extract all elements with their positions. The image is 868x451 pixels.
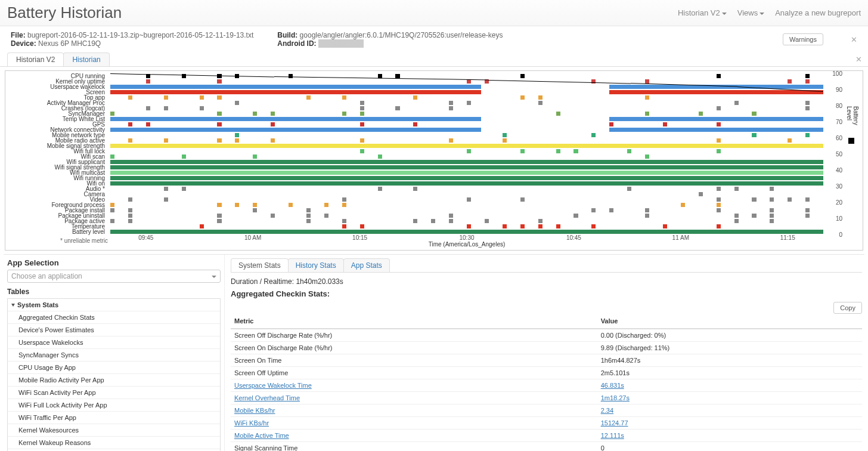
metric-cell: Signal Scanning Time bbox=[231, 442, 597, 452]
tree-node-label: Kernel Wakesources bbox=[18, 427, 79, 434]
metric-cell[interactable]: Userspace Wakelock Time bbox=[231, 379, 597, 392]
lane[interactable] bbox=[110, 111, 823, 116]
lane[interactable] bbox=[110, 127, 823, 132]
warnings-button[interactable]: Warnings bbox=[783, 33, 823, 45]
tree-node[interactable]: SyncManager Syncs bbox=[8, 349, 220, 362]
value-cell: 0 bbox=[597, 442, 862, 452]
y-tick: 50 bbox=[836, 151, 842, 157]
tree-node-label: WiFi Traffic Per App bbox=[18, 414, 76, 421]
lane-labels: CPU runningKernel only uptimeUserspace w… bbox=[9, 73, 107, 234]
lane[interactable] bbox=[110, 186, 823, 191]
y-tick: 60 bbox=[836, 135, 842, 141]
nav-analyze-new[interactable]: Analyze a new bugreport bbox=[775, 8, 861, 17]
lane[interactable] bbox=[110, 106, 823, 111]
y-tick: 90 bbox=[836, 87, 842, 93]
tree-node[interactable]: WiFi Traffic Per App bbox=[8, 412, 220, 424]
main-tabstrip: Historian V2 Historian ✕ bbox=[0, 52, 868, 67]
navbar-right: Historian V2 Views Analyze a new bugrepo… bbox=[678, 8, 861, 17]
lane[interactable] bbox=[110, 132, 823, 138]
lane[interactable] bbox=[110, 202, 823, 208]
lane[interactable] bbox=[110, 191, 823, 197]
tree-node[interactable]: System Stats bbox=[8, 299, 220, 311]
tree-node-label: Device's Power Estimates bbox=[18, 326, 94, 333]
y-tick: 80 bbox=[836, 103, 842, 109]
app-select-dropdown[interactable]: Choose an application bbox=[7, 270, 221, 283]
close-icon[interactable]: ✕ bbox=[851, 35, 857, 44]
chevron-down-icon bbox=[11, 304, 15, 307]
lane[interactable] bbox=[110, 224, 823, 229]
tree-node[interactable]: Mobile Radio Activity Per App bbox=[8, 374, 220, 387]
metric-cell[interactable]: Kernel Overhead Time bbox=[231, 392, 597, 404]
left-panel: App Selection Choose an application Tabl… bbox=[4, 255, 224, 451]
tab-history-stats[interactable]: History Stats bbox=[288, 258, 344, 272]
app-selection-title: App Selection bbox=[7, 258, 221, 267]
android-id-redacted: hidden bbox=[318, 39, 364, 48]
lanes[interactable] bbox=[110, 73, 823, 234]
y-tick: 40 bbox=[836, 167, 842, 174]
copy-button[interactable]: Copy bbox=[833, 302, 862, 314]
lane[interactable] bbox=[110, 170, 823, 175]
table-row: Mobile Active Time12.111s bbox=[231, 430, 862, 442]
table-row: WiFi KBs/hr15124.77 bbox=[231, 417, 862, 430]
tree-node[interactable]: WiFi Scan Activity Per App bbox=[8, 387, 220, 399]
lane[interactable] bbox=[110, 213, 823, 218]
value-cell: 0.00 (Discharged: 0%) bbox=[597, 329, 862, 342]
info-bar: File: bugreport-2016-05-12-11-19-13.zip~… bbox=[0, 26, 868, 52]
value-cell[interactable]: 46.831s bbox=[597, 379, 862, 392]
close-icon[interactable]: ✕ bbox=[855, 55, 862, 64]
nav-views[interactable]: Views bbox=[737, 8, 764, 17]
y-tick: 10 bbox=[836, 215, 842, 222]
value-cell[interactable]: 15124.77 bbox=[597, 417, 862, 430]
metric-cell[interactable]: Mobile Active Time bbox=[231, 430, 597, 442]
lane[interactable] bbox=[110, 208, 823, 213]
x-axis-title: Time (America/Los_Angeles) bbox=[429, 241, 506, 248]
tree-node[interactable]: CPU Usage By App bbox=[8, 362, 220, 374]
lane[interactable] bbox=[110, 218, 823, 224]
lane[interactable] bbox=[110, 95, 823, 100]
metric-cell: Screen Off Uptime bbox=[231, 367, 597, 379]
build-info: Build: google/angler/angler:6.0.1/MHC19Q… bbox=[277, 31, 503, 48]
value-cell: 2m5.101s bbox=[597, 367, 862, 379]
lane[interactable] bbox=[110, 181, 823, 186]
lane[interactable] bbox=[110, 100, 823, 106]
tab-historian-v2[interactable]: Historian V2 bbox=[7, 52, 64, 66]
table-row: Screen Off Uptime2m5.101s bbox=[231, 367, 862, 379]
tree-node[interactable]: Kernel Wakeup Reasons bbox=[8, 437, 220, 449]
x-tick: 09:45 bbox=[138, 234, 153, 241]
lane[interactable] bbox=[110, 229, 823, 234]
lane[interactable] bbox=[110, 149, 823, 154]
lane[interactable] bbox=[110, 159, 823, 165]
tree-node[interactable]: Aggregated Checkin Stats bbox=[8, 311, 220, 324]
lane[interactable] bbox=[110, 122, 823, 127]
tab-app-stats[interactable]: App Stats bbox=[343, 258, 390, 272]
metric-cell: Screen On Time bbox=[231, 354, 597, 367]
duration-line: Duration / Realtime: 1h40m20.033s bbox=[231, 277, 862, 286]
lane[interactable] bbox=[110, 143, 823, 149]
tree-node-label: Aggregated Checkin Stats bbox=[18, 314, 95, 321]
tree-node-label: Kernel Wakeup Reasons bbox=[18, 439, 91, 446]
tab-historian[interactable]: Historian bbox=[63, 52, 109, 66]
tree-node[interactable]: Device's Power Estimates bbox=[8, 324, 220, 336]
lane[interactable] bbox=[110, 197, 823, 202]
value-cell[interactable]: 12.111s bbox=[597, 430, 862, 442]
stats-tabstrip: System Stats History Stats App Stats bbox=[231, 258, 862, 273]
metric-cell[interactable]: WiFi KBs/hr bbox=[231, 417, 597, 430]
tree-node[interactable]: WiFi Full Lock Activity Per App bbox=[8, 399, 220, 412]
tree-node[interactable]: Userspace Wakelocks bbox=[8, 336, 220, 349]
tab-system-stats[interactable]: System Stats bbox=[231, 258, 289, 272]
tables-title: Tables bbox=[7, 288, 221, 296]
lane[interactable] bbox=[110, 89, 823, 95]
lane[interactable] bbox=[110, 154, 823, 159]
metric-cell[interactable]: Mobile KBs/hr bbox=[231, 404, 597, 417]
x-tick: 11 AM bbox=[672, 234, 689, 241]
value-cell[interactable]: 1m18.27s bbox=[597, 392, 862, 404]
x-tick: 11:15 bbox=[780, 234, 795, 241]
metric-cell: Screen Off Discharge Rate (%/hr) bbox=[231, 329, 597, 342]
lane[interactable] bbox=[110, 116, 823, 122]
lane[interactable] bbox=[110, 175, 823, 181]
nav-historian-v2[interactable]: Historian V2 bbox=[678, 8, 727, 17]
lane[interactable] bbox=[110, 138, 823, 143]
tree-node[interactable]: Kernel Wakesources bbox=[8, 424, 220, 437]
lane[interactable] bbox=[110, 165, 823, 170]
value-cell[interactable]: 2.34 bbox=[597, 404, 862, 417]
